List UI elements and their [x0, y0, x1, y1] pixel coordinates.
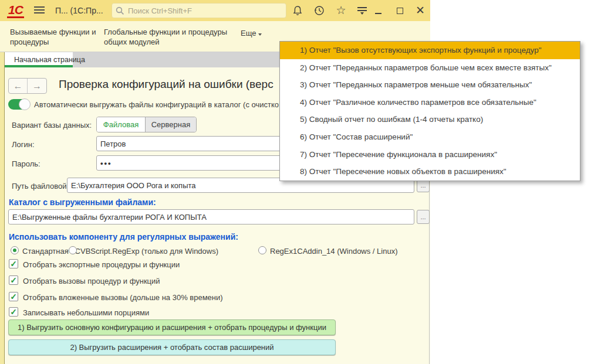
checkbox-small-portions[interactable]: ✓ [9, 307, 18, 317]
screen: 1С П... (1С:Пр... Поиск Ctrl+Shift+F [0, 0, 601, 364]
menu-item-report-2[interactable]: 2) Отчет "Переданных параметров больше ч… [280, 59, 580, 77]
radio-vbscript-regexp[interactable] [69, 246, 77, 254]
export-extensions-button[interactable]: 2) Выгрузить расширения + отобрать соста… [8, 339, 336, 355]
menu-item-report-5[interactable]: 5) Сводный отчет по ошибкам (1-4 отчеты … [280, 111, 580, 128]
password-label: Пароль: [12, 159, 40, 168]
command-called-functions[interactable]: Вызываемые функции и процедуры [10, 27, 101, 47]
functions-menu-icon[interactable] [356, 4, 369, 17]
search-placeholder: Поиск Ctrl+Shift+F [128, 6, 192, 15]
catalog-heading: Каталог с выгруженными файлами: [9, 198, 156, 207]
window-frame-left [0, 52, 5, 364]
db-variant-server-option[interactable]: Серверная [146, 117, 196, 132]
radio-vbscript-regexp-label: VBScript.RegExp (только для Windows) [80, 247, 218, 256]
window-title: П... (1С:Пр... [55, 6, 103, 15]
menu-item-report-3[interactable]: 3) Отчет "Переданных параметров меньше ч… [280, 76, 580, 94]
menu-item-report-8[interactable]: 8) Отчет "Пересечение новых объектов в р… [280, 163, 580, 181]
close-button[interactable]: ✕ [414, 4, 427, 17]
catalog-path-browse-button[interactable]: ... [417, 210, 430, 224]
checkbox-export-procedures[interactable]: ✓ [9, 259, 18, 268]
auto-export-label: Автоматически выгружать файлы конфигурац… [34, 100, 280, 109]
tab-home-label: Начальная страница [14, 56, 85, 64]
1c-logo: 1С [7, 3, 24, 18]
minimize-button[interactable] [372, 4, 384, 17]
chevron-down-icon [258, 33, 262, 36]
auto-export-toggle[interactable] [8, 99, 30, 110]
catalog-path-input[interactable] [8, 209, 414, 224]
search-input[interactable]: Поиск Ctrl+Shift+F [112, 3, 286, 18]
back-button[interactable]: ← [9, 79, 28, 93]
regex-heading: Использовать компоненту для регулярных в… [9, 232, 238, 241]
command-global-functions[interactable]: Глобальные функции и процедуры общих мод… [104, 27, 251, 47]
forward-button[interactable]: → [28, 79, 46, 93]
radio-standard-1c[interactable] [11, 246, 19, 254]
login-label: Логин: [12, 140, 35, 149]
more-menu[interactable]: Еще [241, 28, 262, 38]
radio-regex1caddin-label: RegEx1CAddin_14 (Windows / Linux) [270, 247, 398, 256]
menu-item-report-7[interactable]: 7) Отчет "Пересечение функционала в расш… [280, 146, 580, 164]
history-icon[interactable] [313, 4, 326, 17]
db-variant-file-option[interactable]: Файловая [97, 117, 146, 132]
reports-dropdown-menu: 1) Отчет "Вызов отсутствующих экспортных… [279, 41, 580, 181]
checkbox-export-procedures-label: Отобрать экспортные процедуры и функции [23, 260, 180, 269]
checkbox-procedure-calls-label: Отобрать вызовы процедур и функций [23, 277, 160, 285]
tab-home[interactable]: Начальная страница [5, 52, 73, 67]
db-variant-label: Вариант базы данных: [12, 121, 92, 130]
favorites-star-icon[interactable]: ☆ [335, 4, 347, 17]
checkbox-small-portions-label: Записывать небольшими порциями [23, 308, 149, 317]
checkbox-nested-calls[interactable]: ✓ [9, 292, 18, 301]
menu-item-report-4[interactable]: 4) Отчет "Различное количество параметро… [280, 94, 580, 111]
history-nav-group: ← → [8, 78, 47, 94]
notifications-bell-icon[interactable] [291, 4, 304, 17]
maximize-button[interactable] [393, 4, 406, 17]
radio-regex1caddin[interactable] [258, 246, 266, 254]
search-icon [116, 6, 124, 15]
window-titlebar: 1С П... (1С:Пр... Поиск Ctrl+Shift+F [0, 0, 430, 21]
menu-item-report-6[interactable]: 6) Отчет "Состав расширений" [280, 128, 580, 146]
checkbox-procedure-calls[interactable]: ✓ [9, 275, 18, 285]
menu-item-report-1[interactable]: 1) Отчет "Вызов отсутствующих экспортных… [280, 42, 580, 59]
hamburger-menu-icon[interactable] [34, 6, 45, 15]
checkbox-nested-calls-label: Отобрать вложенные вызовы (дольше на 30%… [23, 293, 223, 302]
db-variant-switch: Файловая Серверная [96, 117, 197, 132]
export-main-config-button[interactable]: 1) Выгрузить основную конфигурацию и рас… [8, 319, 336, 335]
page-title: Проверка конфигураций на ошибки (верс [59, 78, 282, 91]
